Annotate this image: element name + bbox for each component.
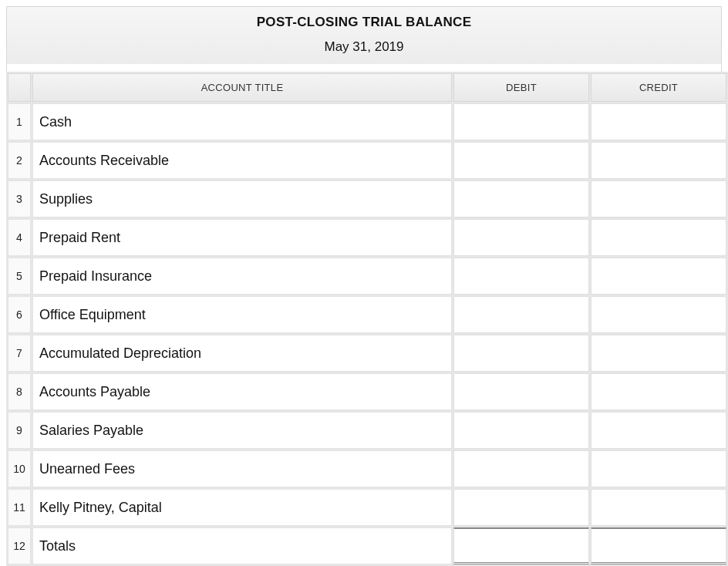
title-spacer [6,64,722,72]
credit-input[interactable] [592,490,726,525]
debit-cell [453,527,589,564]
debit-input[interactable] [454,220,588,255]
debit-input[interactable] [454,181,588,217]
account-title-cell: Prepaid Rent [32,219,452,256]
table-row: 1Cash [8,103,726,140]
credit-cell [591,412,726,449]
debit-cell [453,335,589,372]
credit-cell [591,219,726,256]
debit-cell [453,450,589,487]
debit-input[interactable] [454,258,588,294]
credit-input[interactable] [592,451,726,487]
credit-cell [591,142,726,179]
trial-balance-table: ACCOUNT TITLE DEBIT CREDIT 1Cash2Account… [6,72,728,566]
table-row: 4Prepaid Rent [8,219,726,256]
table-row: 9Salaries Payable [8,412,726,449]
table-row: 5Prepaid Insurance [8,258,726,295]
debit-cell [453,219,589,256]
debit-input[interactable] [454,529,588,562]
credit-input[interactable] [592,104,726,140]
credit-input[interactable] [592,258,726,294]
row-number: 6 [8,296,31,333]
account-title-cell: Accumulated Depreciation [32,335,452,372]
row-number: 7 [8,335,31,372]
credit-input[interactable] [592,374,726,409]
row-number: 2 [8,142,31,179]
sheet-title: POST-CLOSING TRIAL BALANCE [7,15,721,30]
account-title-cell: Supplies [32,180,452,217]
table-row: 8Accounts Payable [8,373,726,410]
account-title-cell: Office Equipment [32,296,452,333]
table-row: 10Unearned Fees [8,450,726,487]
table-row: 6Office Equipment [8,296,726,333]
credit-input[interactable] [592,297,726,332]
col-header-credit: CREDIT [591,73,726,102]
col-header-account: ACCOUNT TITLE [32,73,452,102]
account-title-cell: Unearned Fees [32,450,452,487]
credit-input[interactable] [592,335,726,371]
credit-cell [591,450,726,487]
col-header-debit: DEBIT [453,73,589,102]
debit-input[interactable] [454,374,588,409]
account-title-cell: Salaries Payable [32,412,452,449]
table-row: 11Kelly Pitney, Capital [8,489,726,526]
credit-cell [591,527,726,564]
row-number: 5 [8,258,31,295]
credit-cell [591,103,726,140]
debit-cell [453,373,589,410]
debit-input[interactable] [454,490,588,525]
debit-input[interactable] [454,413,588,448]
debit-input[interactable] [454,335,588,371]
credit-input[interactable] [592,220,726,255]
credit-cell [591,335,726,372]
credit-cell [591,373,726,410]
row-number: 1 [8,103,31,140]
table-row: 2Accounts Receivable [8,142,726,179]
debit-cell [453,489,589,526]
debit-input[interactable] [454,297,588,332]
debit-cell [453,258,589,295]
col-header-rownum [8,73,31,102]
debit-input[interactable] [454,104,588,140]
credit-cell [591,180,726,217]
debit-cell [453,412,589,449]
row-number: 12 [8,527,31,564]
account-title-cell: Accounts Payable [32,373,452,410]
account-title-cell: Accounts Receivable [32,142,452,179]
row-number: 4 [8,219,31,256]
debit-input[interactable] [454,451,588,487]
debit-cell [453,296,589,333]
debit-input[interactable] [454,143,588,178]
table-row: 7Accumulated Depreciation [8,335,726,372]
account-title-cell: Totals [32,527,452,564]
row-number: 9 [8,412,31,449]
debit-cell [453,142,589,179]
account-title-cell: Kelly Pitney, Capital [32,489,452,526]
credit-cell [591,296,726,333]
row-number: 3 [8,180,31,217]
row-number: 11 [8,489,31,526]
credit-input[interactable] [592,143,726,178]
credit-cell [591,489,726,526]
title-block: POST-CLOSING TRIAL BALANCE May 31, 2019 [6,6,722,64]
debit-cell [453,180,589,217]
trial-balance-sheet: POST-CLOSING TRIAL BALANCE May 31, 2019 … [6,6,722,566]
row-number: 8 [8,373,31,410]
sheet-date: May 31, 2019 [7,39,721,55]
credit-input[interactable] [592,413,726,448]
credit-cell [591,258,726,295]
table-row: 3Supplies [8,180,726,217]
account-title-cell: Prepaid Insurance [32,258,452,295]
column-header-row: ACCOUNT TITLE DEBIT CREDIT [8,73,726,102]
row-number: 10 [8,450,31,487]
account-title-cell: Cash [32,103,452,140]
debit-cell [453,103,589,140]
credit-input[interactable] [592,529,726,562]
table-row: 12Totals [8,527,726,564]
credit-input[interactable] [592,181,726,217]
